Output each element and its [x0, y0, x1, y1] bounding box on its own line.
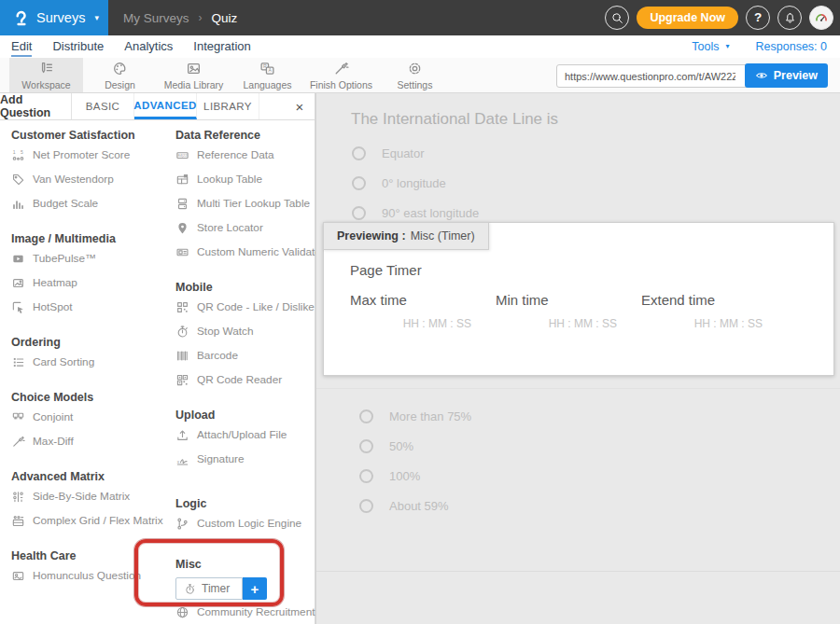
- chart-icon: [11, 197, 25, 211]
- panel-item[interactable]: Conjoint: [11, 405, 164, 429]
- svg-text:1: 1: [13, 149, 16, 155]
- upgrade-button[interactable]: Upgrade Now: [637, 7, 738, 29]
- refdata-icon: 84|22: [175, 148, 189, 162]
- preview-button[interactable]: Preview: [745, 63, 828, 88]
- barcode-icon: [175, 349, 189, 363]
- add-question-button[interactable]: Add Question: [0, 93, 72, 119]
- timer-chip[interactable]: Timer: [175, 577, 243, 600]
- tools-menu[interactable]: Tools ▾: [692, 40, 729, 53]
- option-row: About 59%: [359, 491, 471, 520]
- media-icon: [186, 61, 202, 76]
- option-row: 50%: [359, 431, 471, 461]
- help-button[interactable]: ?: [746, 6, 770, 30]
- group-title: Advanced Matrix: [11, 470, 164, 484]
- list-icon: [11, 355, 25, 369]
- panel-item[interactable]: Side-By-Side Matrix: [11, 484, 164, 508]
- panel-item[interactable]: QR Code Reader: [175, 367, 315, 392]
- responses-count[interactable]: Responses: 0: [756, 40, 827, 53]
- panel-item[interactable]: Homunculus Question: [11, 563, 164, 588]
- panel-item[interactable]: Stop Watch: [175, 319, 315, 343]
- max-time-field: Max time HH : MM : SS: [350, 292, 471, 330]
- max-time-input[interactable]: HH : MM : SS: [350, 317, 471, 330]
- panel-item[interactable]: Heatmap: [11, 270, 164, 295]
- extend-time-input[interactable]: HH : MM : SS: [641, 317, 763, 330]
- panel-item[interactable]: TubePulse™: [11, 246, 164, 270]
- group-title: Misc: [175, 558, 315, 572]
- account-gauge-button[interactable]: [809, 6, 833, 30]
- min-time-input[interactable]: HH : MM : SS: [496, 317, 617, 330]
- radio-button[interactable]: [359, 499, 373, 513]
- panel-item[interactable]: Multi Tier Lookup Table: [175, 191, 315, 215]
- qr2-icon: [175, 373, 189, 387]
- panel-item[interactable]: Attach/Upload File: [175, 423, 315, 447]
- breadcrumb: My Surveys › Quiz: [123, 11, 237, 25]
- toolbar-item-design[interactable]: Design: [83, 58, 157, 92]
- radio-button[interactable]: [359, 469, 373, 483]
- panel-tabs: Add Question BASIC ADVANCED LIBRARY ×: [0, 93, 315, 120]
- product-switcher[interactable]: Surveys ▾: [0, 0, 108, 35]
- panel-column-2: Data Reference 84|22Reference Data Looku…: [164, 120, 315, 624]
- radio-button[interactable]: [352, 176, 366, 190]
- nps-icon: 15: [11, 148, 25, 162]
- panel-item[interactable]: Max-Diff: [11, 429, 164, 453]
- breadcrumb-parent[interactable]: My Surveys: [123, 11, 189, 25]
- nav-item-analytics[interactable]: Analytics: [114, 38, 183, 55]
- search-button[interactable]: [605, 6, 629, 30]
- toolbar-item-finish-options[interactable]: Finish Options: [304, 58, 378, 92]
- radio-button[interactable]: [359, 409, 373, 423]
- radio-button[interactable]: [359, 439, 373, 453]
- extend-time-field: Extend time HH : MM : SS: [641, 292, 763, 330]
- qr-icon: [175, 300, 189, 314]
- panel-item[interactable]: Van Westendorp: [11, 167, 164, 191]
- top-bar: Surveys ▾ My Surveys › Quiz Upgrade Now …: [0, 0, 840, 35]
- toolbar-item-workspace[interactable]: Workspace: [9, 58, 83, 92]
- option-row: More than 75%: [359, 401, 471, 431]
- svg-text:R: R: [263, 62, 267, 68]
- cgrid-icon: [11, 514, 25, 528]
- radio-button[interactable]: [352, 206, 366, 220]
- survey-url-input[interactable]: [557, 71, 737, 82]
- panel-item[interactable]: Custom Numeric Validator: [175, 240, 315, 264]
- multitier-icon: [175, 197, 189, 211]
- tab-basic[interactable]: BASIC: [72, 93, 134, 119]
- question-mark-icon: ?: [754, 11, 762, 24]
- group-title: Ordering: [11, 336, 164, 350]
- panel-group: Customer Satisfaction 15Net Promoter Sco…: [11, 129, 164, 215]
- toolbar-item-languages[interactable]: RA Languages: [231, 58, 304, 92]
- option-row: Equator: [352, 138, 479, 168]
- panel-item[interactable]: Barcode: [175, 343, 315, 367]
- calc-icon: [175, 245, 189, 259]
- nav-item-integration[interactable]: Integration: [183, 38, 260, 55]
- panel-item[interactable]: Custom Logic Engine: [175, 511, 315, 535]
- section-divider: [316, 571, 840, 572]
- panel-item[interactable]: 15Net Promoter Score: [11, 143, 164, 167]
- homunculus-icon: [11, 569, 25, 583]
- nav-item-edit[interactable]: Edit: [1, 38, 42, 55]
- panel-item[interactable]: Budget Scale: [11, 191, 164, 215]
- nav-item-distribute[interactable]: Distribute: [42, 38, 114, 55]
- notifications-button[interactable]: [777, 6, 802, 30]
- panel-item[interactable]: 84|22Reference Data: [175, 143, 315, 167]
- panel-item[interactable]: Card Sorting: [11, 350, 164, 374]
- toolbar-item-settings[interactable]: Settings: [378, 58, 452, 92]
- panel-item[interactable]: Lookup Table: [175, 167, 315, 191]
- panel-item[interactable]: Store Locator: [175, 215, 315, 240]
- previewing-tag: Previewing : Misc (Timer): [323, 222, 489, 250]
- add-timer-button[interactable]: +: [243, 577, 267, 600]
- radio-button[interactable]: [352, 146, 366, 160]
- tab-library[interactable]: LIBRARY: [197, 93, 259, 119]
- panel-item[interactable]: HotSpot: [11, 295, 164, 319]
- panel-item[interactable]: QR Code - Like / Dislike: [175, 295, 315, 319]
- globe-icon: [175, 605, 189, 619]
- panel-item[interactable]: Complex Grid / Flex Matrix: [11, 508, 164, 533]
- lookup-icon: [175, 173, 189, 187]
- workspace-icon: [38, 61, 54, 76]
- panel-item[interactable]: Community Recruitment: [175, 600, 315, 624]
- panel-group: Data Reference 84|22Reference Data Looku…: [175, 129, 315, 264]
- close-icon[interactable]: ×: [285, 93, 315, 119]
- panel-item[interactable]: xSignature: [175, 447, 315, 471]
- panel-group: Logic Custom Logic Engine: [175, 497, 315, 535]
- toolbar-item-media-library[interactable]: Media Library: [157, 58, 231, 92]
- languages-icon: RA: [259, 61, 275, 76]
- tab-advanced[interactable]: ADVANCED: [134, 93, 197, 119]
